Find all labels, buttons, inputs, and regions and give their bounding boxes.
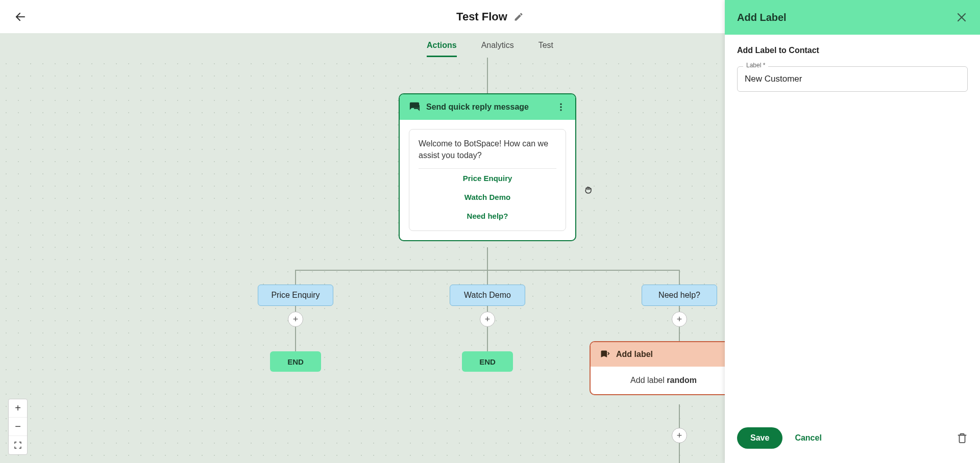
quick-reply-option[interactable]: Watch Demo [419,188,556,207]
label-body-prefix: Add label [630,376,667,384]
close-icon[interactable] [955,11,968,23]
connector [295,270,296,285]
branch-chip[interactable]: Price Enquiry [258,285,333,306]
panel-footer: Save Cancel [725,418,980,463]
card-header: Send quick reply message [400,94,575,120]
field-label: Label * [743,62,768,69]
branch-chip[interactable]: Watch Demo [450,285,525,306]
connector [487,247,488,270]
more-vertical-icon[interactable] [556,102,566,112]
quick-reply-option[interactable]: Need help? [419,207,556,225]
panel-header: Add Label [725,0,980,35]
quick-reply-card[interactable]: Send quick reply message Welcome to BotS… [399,93,576,241]
end-node[interactable]: END [270,351,321,372]
save-button[interactable]: Save [737,427,782,449]
card-title: Add label [616,350,653,359]
tab-analytics[interactable]: Analytics [481,35,514,56]
fit-view-button[interactable] [9,436,27,454]
label-body-value: random [667,376,697,384]
svg-point-1 [560,104,561,105]
side-panel: Add Label Add Label to Contact Label * S… [725,0,980,463]
connector [679,270,680,285]
branch-chip[interactable]: Need help? [642,285,717,306]
add-label-card[interactable]: Add label Add label random [590,341,738,395]
edit-icon[interactable] [513,12,524,22]
zoom-controls: + − [8,399,28,455]
trash-icon[interactable] [957,432,968,444]
add-node-button[interactable]: + [480,312,495,327]
arrow-left-icon [14,11,27,23]
connector [487,270,488,285]
label-field-wrap: Label * [737,66,968,92]
tab-test[interactable]: Test [538,35,553,56]
message-bubble: Welcome to BotSpace! How can we assist y… [409,129,566,231]
maximize-icon [14,441,22,449]
card-header: Add label [591,342,737,367]
svg-point-2 [560,106,561,108]
panel-body: Add Label to Contact Label * [725,35,980,418]
zoom-out-button[interactable]: − [9,418,27,436]
zoom-in-button[interactable]: + [9,399,27,418]
cancel-button[interactable]: Cancel [795,433,821,443]
panel-subtitle: Add Label to Contact [737,46,968,55]
page-title: Test Flow [456,10,507,23]
connector [487,58,488,93]
panel-title: Add Label [737,12,787,23]
grab-cursor-icon [583,185,594,195]
add-node-button[interactable]: + [672,428,687,443]
label-input[interactable] [737,66,968,92]
message-text: Welcome to BotSpace! How can we assist y… [419,138,556,169]
add-node-button[interactable]: + [672,312,687,327]
back-button[interactable] [12,9,29,25]
tab-actions[interactable]: Actions [427,35,457,56]
add-node-button[interactable]: + [288,312,303,327]
label-icon [600,349,610,359]
quick-reply-option[interactable]: Price Enquiry [419,169,556,188]
svg-point-3 [560,109,561,111]
message-icon [409,101,420,113]
title-wrap: Test Flow [456,10,524,23]
card-title: Send quick reply message [426,102,550,112]
card-body: Welcome to BotSpace! How can we assist y… [400,120,575,240]
end-node[interactable]: END [462,351,513,372]
card-body: Add label random [591,367,737,394]
